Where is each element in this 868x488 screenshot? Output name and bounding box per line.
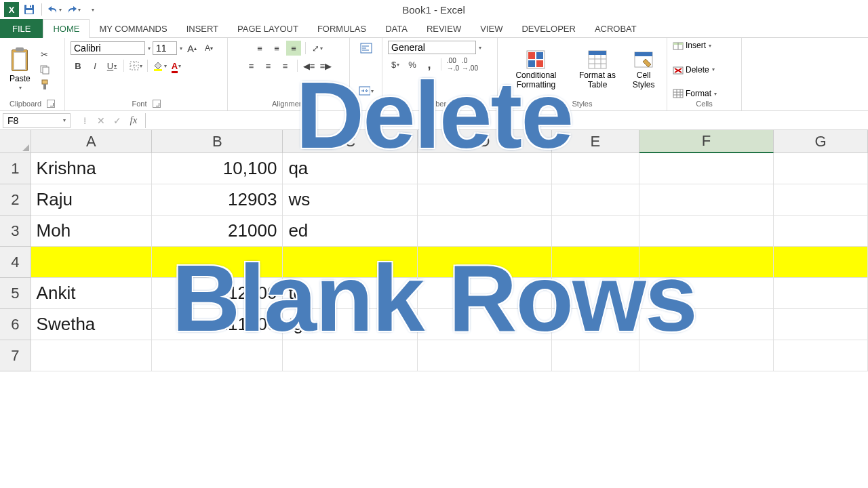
cell[interactable]	[31, 247, 152, 278]
cell[interactable]: tg	[283, 278, 417, 309]
undo-button[interactable]: ▾	[45, 1, 63, 18]
cancel-formula-button[interactable]: ✕	[94, 113, 108, 128]
cell[interactable]	[639, 247, 774, 278]
cell[interactable]: 10,100	[152, 153, 283, 184]
cell[interactable]	[774, 340, 868, 371]
chevron-down-icon[interactable]: ▾	[148, 45, 151, 52]
tab-developer[interactable]: DEVELOPER	[512, 19, 585, 38]
row-header[interactable]: 5	[0, 278, 31, 309]
cell[interactable]	[418, 247, 552, 278]
cell[interactable]: Swetha	[31, 309, 152, 340]
tab-insert[interactable]: INSERT	[177, 19, 228, 38]
align-right-button[interactable]: ≡	[278, 58, 293, 73]
cell[interactable]	[639, 184, 774, 216]
cell[interactable]: 12903	[152, 184, 283, 216]
insert-function-button[interactable]: fx	[126, 113, 141, 128]
cell[interactable]: qa	[283, 153, 417, 184]
conditional-formatting-button[interactable]: Conditional Formatting	[503, 48, 569, 90]
name-box[interactable]: F8 ▾	[3, 113, 71, 128]
cell[interactable]	[639, 216, 774, 247]
percent-format-button[interactable]: %	[405, 57, 420, 72]
cell[interactable]	[552, 216, 639, 247]
cell[interactable]: tg	[283, 309, 417, 340]
row-header[interactable]: 7	[0, 340, 31, 371]
accounting-format-button[interactable]: $▾	[388, 57, 403, 72]
col-header-d[interactable]: D	[418, 130, 552, 153]
format-cells-button[interactable]: Format▾	[673, 89, 717, 98]
tab-my-commands[interactable]: MY COMMANDS	[90, 19, 176, 38]
col-header-e[interactable]: E	[552, 130, 639, 153]
col-header-g[interactable]: G	[774, 130, 868, 153]
cell[interactable]: 111200	[152, 309, 283, 340]
cell[interactable]: Moh	[31, 216, 152, 247]
increase-font-button[interactable]: A▴	[184, 41, 199, 56]
row-header[interactable]: 6	[0, 309, 31, 340]
tab-view[interactable]: VIEW	[471, 19, 512, 38]
cut-button[interactable]: ✂	[37, 47, 52, 62]
cell[interactable]	[418, 340, 552, 371]
cell[interactable]	[774, 278, 868, 309]
cell[interactable]	[639, 153, 774, 184]
format-painter-button[interactable]	[37, 77, 52, 92]
tab-formulas[interactable]: FORMULAS	[308, 19, 376, 38]
font-dialog-launcher[interactable]	[153, 100, 161, 108]
merge-center-button[interactable]: ▾	[359, 83, 374, 98]
cell[interactable]	[152, 247, 283, 278]
tab-home[interactable]: HOME	[43, 19, 90, 38]
cell[interactable]	[418, 309, 552, 340]
increase-decimal-button[interactable]: .00→.0	[446, 57, 460, 72]
cell[interactable]	[774, 247, 868, 278]
row-header[interactable]: 3	[0, 216, 31, 247]
tab-file[interactable]: FILE	[0, 19, 43, 38]
cell[interactable]	[774, 309, 868, 340]
align-left-button[interactable]: ≡	[244, 58, 259, 73]
clipboard-dialog-launcher[interactable]	[47, 100, 55, 108]
increase-indent-button[interactable]: ≡▶	[319, 58, 334, 73]
cell[interactable]	[639, 278, 774, 309]
cell[interactable]: 12000	[152, 278, 283, 309]
row-header[interactable]: 1	[0, 153, 31, 184]
row-header[interactable]: 4	[0, 247, 31, 278]
delete-cells-button[interactable]: Delete▾	[673, 65, 715, 75]
cell[interactable]: ws	[283, 184, 417, 216]
cell[interactable]: Krishna	[31, 153, 152, 184]
cell[interactable]	[552, 247, 639, 278]
cell[interactable]	[283, 247, 417, 278]
save-button[interactable]	[20, 1, 38, 18]
cell[interactable]	[418, 216, 552, 247]
cell[interactable]	[552, 184, 639, 216]
bold-button[interactable]: B	[71, 58, 85, 73]
decrease-decimal-button[interactable]: .0→.00	[462, 57, 477, 72]
comma-format-button[interactable]: ,	[422, 57, 437, 72]
wrap-text-button[interactable]	[359, 41, 374, 56]
align-middle-button[interactable]: ≡	[269, 41, 284, 56]
decrease-indent-button[interactable]: ◀≡	[302, 58, 317, 73]
cell[interactable]	[639, 340, 774, 371]
cell[interactable]: Ankit	[31, 278, 152, 309]
fill-color-button[interactable]: ▾	[152, 58, 167, 73]
orientation-button[interactable]: ⤢▾	[310, 41, 325, 56]
cell[interactable]	[552, 340, 639, 371]
customize-qat-button[interactable]: ▾	[83, 1, 101, 18]
font-color-button[interactable]: A▾	[169, 58, 184, 73]
align-bottom-button[interactable]: ≡	[286, 41, 301, 56]
tab-review[interactable]: REVIEW	[417, 19, 471, 38]
align-center-button[interactable]: ≡	[261, 58, 276, 73]
font-name-input[interactable]	[71, 41, 145, 55]
number-dialog-launcher[interactable]	[452, 100, 460, 108]
formula-dropdown-button[interactable]: ⁞	[77, 113, 92, 128]
col-header-a[interactable]: A	[31, 130, 152, 153]
number-format-select[interactable]	[388, 41, 476, 54]
cell[interactable]	[774, 153, 868, 184]
paste-button[interactable]: Paste ▾	[5, 47, 35, 92]
format-as-table-button[interactable]: Format as Table	[573, 48, 622, 90]
cell[interactable]: 21000	[152, 216, 283, 247]
formula-input[interactable]	[145, 113, 868, 128]
copy-button[interactable]	[37, 62, 52, 77]
cell[interactable]	[774, 216, 868, 247]
cell[interactable]	[418, 153, 552, 184]
chevron-down-icon[interactable]: ▾	[180, 45, 182, 52]
col-header-b[interactable]: B	[152, 130, 283, 153]
align-top-button[interactable]: ≡	[252, 41, 267, 56]
row-header[interactable]: 2	[0, 184, 31, 216]
